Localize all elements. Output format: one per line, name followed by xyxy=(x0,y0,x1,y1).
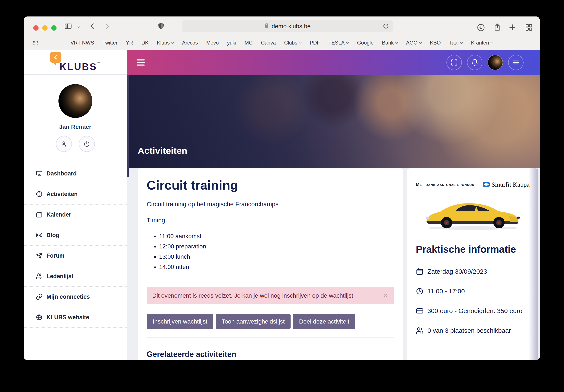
bookmark-folder[interactable]: TESLA xyxy=(328,40,349,46)
chevron-down-icon xyxy=(395,41,398,44)
chevron-down-icon xyxy=(490,41,494,44)
bookmark-folder[interactable]: AGO xyxy=(406,40,422,46)
klubs-logo-text: KLUBS™ xyxy=(59,61,100,72)
minimize-window-button[interactable] xyxy=(42,25,48,31)
bookmark-folder[interactable]: Taal xyxy=(449,40,463,46)
hero-banner: Activiteiten xyxy=(127,75,540,168)
bookmark-item[interactable]: yuki xyxy=(227,40,236,46)
link-icon xyxy=(36,293,42,300)
sidebar-nav: Dashboard Activiteiten Kalender Blog xyxy=(24,163,127,328)
bookmark-item[interactable]: Canva xyxy=(261,40,276,46)
avatar[interactable] xyxy=(58,84,92,118)
bookmark-item[interactable]: YR xyxy=(126,40,133,46)
topbar-menu-button[interactable] xyxy=(508,55,523,70)
close-window-button[interactable] xyxy=(33,25,39,31)
forward-button[interactable] xyxy=(103,23,111,30)
bookmark-item[interactable]: Mevo xyxy=(206,40,219,46)
privacy-shield-icon[interactable] xyxy=(157,22,165,30)
bookmark-item[interactable]: MC xyxy=(244,40,253,46)
activity-description: Circuit training op het magische Francor… xyxy=(147,201,394,208)
bookmark-folder[interactable]: Bank xyxy=(382,40,398,46)
sidebar-logo-area: KLUBS™ xyxy=(24,50,127,75)
sidebar-item-ledenlijst[interactable]: Ledenlijst xyxy=(24,266,127,287)
practical-info-card: Met dank aan onze sponsor Smurfit Kappa xyxy=(407,168,538,360)
sidebar-toggle-icon[interactable] xyxy=(64,22,72,30)
bookmark-folder[interactable]: Klubs xyxy=(157,40,174,46)
sidebar-item-blog[interactable]: Blog xyxy=(24,225,127,246)
users-icon xyxy=(36,273,42,280)
tab-overview-button[interactable] xyxy=(525,24,533,31)
bookmark-folder[interactable]: Clubs xyxy=(284,40,301,46)
scrollbar-thumb[interactable] xyxy=(127,75,129,177)
sidebar-item-activiteiten[interactable]: Activiteiten xyxy=(24,184,127,204)
sidebar-item-forum[interactable]: Forum xyxy=(24,246,127,266)
klubs-logo[interactable]: KLUBS™ xyxy=(50,52,100,73)
divider xyxy=(147,279,394,279)
join-waitlist-button[interactable]: Inschrijven wachtlijst xyxy=(147,314,213,329)
globe-icon xyxy=(36,314,42,321)
downloads-button[interactable] xyxy=(477,24,485,32)
send-icon xyxy=(36,252,42,259)
waitlist-alert: Dit evenement is reeds volzet. Je kan je… xyxy=(147,287,394,304)
page-title: Activiteiten xyxy=(138,146,187,156)
close-icon[interactable]: ✕ xyxy=(383,292,388,299)
sidebar-item-dashboard[interactable]: Dashboard xyxy=(24,163,127,184)
bookmark-item[interactable]: KBO xyxy=(430,40,441,46)
bookmark-item[interactable]: DK xyxy=(141,40,148,46)
calendar-icon xyxy=(36,211,42,218)
timing-item: 11:00 aankomst xyxy=(159,233,394,240)
bookmark-item[interactable]: Twitter xyxy=(102,40,118,46)
sponsor-logo: Smurfit Kappa xyxy=(483,181,530,188)
chevron-down-icon xyxy=(171,41,174,44)
favorites-grid-icon[interactable] xyxy=(32,40,39,47)
share-activity-button[interactable]: Deel deze activiteit xyxy=(293,314,355,329)
timing-item: 12:00 preparation xyxy=(159,243,394,250)
credit-card-icon xyxy=(416,307,423,315)
practical-info-title: Praktische informatie xyxy=(416,243,530,256)
trademark-symbol: ™ xyxy=(97,61,100,65)
bookmark-folder[interactable]: Kranten xyxy=(471,40,493,46)
back-button[interactable] xyxy=(89,23,96,30)
dashboard-icon xyxy=(36,170,42,177)
reload-icon[interactable] xyxy=(383,23,389,31)
user-name: Jan Renaer xyxy=(24,123,127,130)
notifications-button[interactable] xyxy=(467,55,482,70)
event-time: 11:00 - 17:00 xyxy=(427,288,465,295)
profile-button[interactable] xyxy=(56,136,72,152)
menu-toggle-button[interactable] xyxy=(137,58,145,67)
browser-window: demo.klubs.be VRT NWS Twitter xyxy=(24,16,540,360)
app-sidebar: KLUBS™ Jan Renaer xyxy=(24,50,127,360)
zoom-window-button[interactable] xyxy=(51,25,56,31)
sidebar-item-mijn-connecties[interactable]: Mijn connecties xyxy=(24,287,127,307)
chevron-down-icon xyxy=(298,41,302,44)
bookmark-item[interactable]: Google xyxy=(357,40,373,46)
sidebar-item-kalender[interactable]: Kalender xyxy=(24,204,127,225)
bookmark-item[interactable]: VRT NWS xyxy=(70,40,94,46)
sidebar-chevron-down-icon[interactable] xyxy=(76,25,80,29)
show-attendance-button[interactable]: Toon aanwezigheidslijst xyxy=(216,314,291,329)
logout-button[interactable] xyxy=(79,136,95,152)
sponsor-name: Smurfit Kappa xyxy=(492,181,530,188)
calendar-icon xyxy=(416,268,423,275)
activity-card: Circuit training Circuit training op het… xyxy=(138,168,403,360)
bookmark-item[interactable]: PDF xyxy=(310,40,320,46)
topbar-avatar[interactable] xyxy=(488,55,503,70)
smurfit-kappa-icon xyxy=(483,181,490,188)
bookmark-item[interactable]: Arccos xyxy=(182,40,198,46)
address-bar[interactable]: demo.klubs.be xyxy=(182,20,393,32)
sidebar-item-klubs-website[interactable]: KLUBS website xyxy=(24,307,127,328)
sidebar-profile: Jan Renaer xyxy=(24,75,127,152)
share-button[interactable] xyxy=(493,23,501,31)
fullscreen-button[interactable] xyxy=(446,55,462,70)
bookmarks-bar: VRT NWS Twitter YR DK Klubs Arccos Mevo … xyxy=(24,36,540,50)
info-row-date: Zaterdag 30/09/2023 xyxy=(416,268,530,275)
activity-title: Circuit training xyxy=(147,178,394,193)
sponsor-label: Met dank aan onze sponsor xyxy=(416,182,475,187)
chevron-down-icon xyxy=(419,41,422,44)
info-row-price: 300 euro - Genodigden: 350 euro xyxy=(416,307,530,315)
users-icon xyxy=(416,327,423,335)
event-date: Zaterdag 30/09/2023 xyxy=(427,268,487,275)
scrollbar-track[interactable] xyxy=(127,75,129,360)
new-tab-button[interactable] xyxy=(508,24,516,31)
app-topbar xyxy=(127,50,540,75)
